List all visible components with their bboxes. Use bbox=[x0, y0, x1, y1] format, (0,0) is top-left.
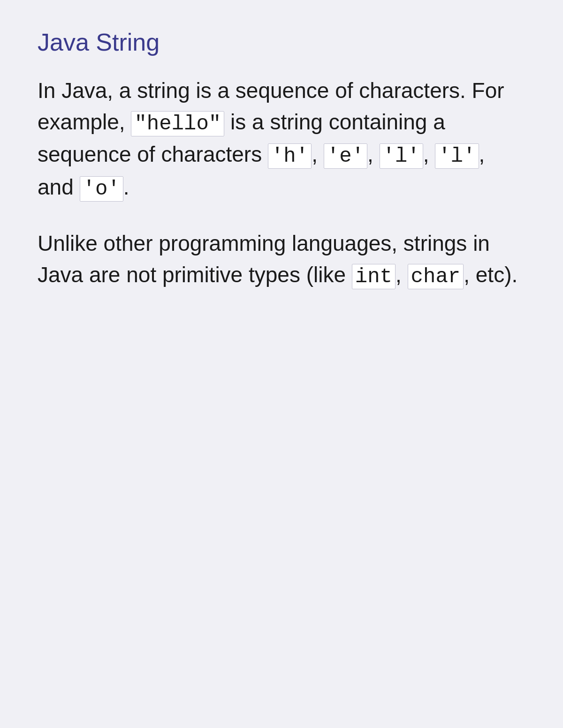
p1-code-hello: "hello" bbox=[131, 111, 224, 136]
paragraph-1: In Java, a string is a sequence of chara… bbox=[38, 75, 525, 204]
paragraph-1-block: In Java, a string is a sequence of chara… bbox=[38, 75, 525, 204]
p1-code-o: 'o' bbox=[80, 176, 123, 202]
p1-code-h: 'h' bbox=[268, 143, 312, 169]
paragraph-2: Unlike other programming languages, stri… bbox=[38, 228, 525, 292]
p1-code-l2: 'l' bbox=[435, 143, 479, 169]
p1-text-7: . bbox=[123, 175, 129, 199]
p2-code-char: char bbox=[408, 264, 464, 289]
p1-code-e: 'e' bbox=[324, 143, 367, 169]
page-title: Java String bbox=[38, 28, 525, 56]
p1-text-5: , bbox=[423, 142, 435, 166]
paragraph-2-block: Unlike other programming languages, stri… bbox=[38, 228, 525, 292]
p2-text-3: , etc). bbox=[464, 263, 517, 287]
p1-code-l1: 'l' bbox=[380, 143, 423, 169]
p2-text-2: , bbox=[396, 263, 408, 287]
p2-code-int: int bbox=[352, 264, 396, 289]
p1-text-4: , bbox=[367, 142, 380, 166]
p1-text-3: , bbox=[312, 142, 324, 166]
